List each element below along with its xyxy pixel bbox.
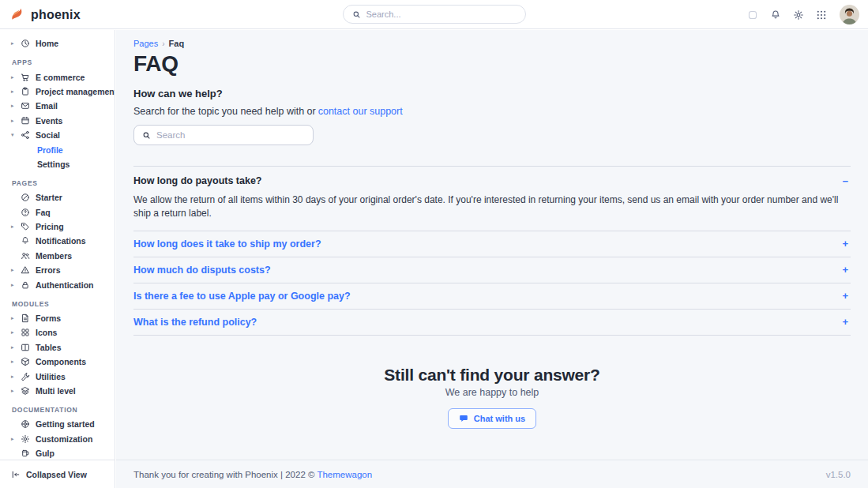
breadcrumb-current: Faq <box>169 39 185 48</box>
sidebar: ▸ Home APPS ▸ E commerce ▸ Project manag… <box>0 30 115 488</box>
faq-question-toggle[interactable]: Is there a fee to use Apple pay or Googl… <box>133 283 851 309</box>
footer-credit: Thank you for creating with Phoenix | 20… <box>133 470 372 479</box>
sidebar-item-social[interactable]: ▾ Social <box>0 128 115 142</box>
sidebar-item-label: Multi level <box>36 386 76 396</box>
share-network-icon <box>21 130 30 140</box>
calendar-icon <box>21 116 30 126</box>
question-circle-icon <box>21 208 30 217</box>
sidebar-item-customization[interactable]: ▸ Customization <box>0 432 115 446</box>
tag-icon <box>21 222 30 231</box>
collapse-arrow-icon <box>11 470 21 479</box>
sidebar-item-profile[interactable]: Profile <box>0 142 115 156</box>
sidebar-item-tables[interactable]: ▸ Tables <box>0 340 115 355</box>
faq-search-input[interactable] <box>156 130 305 140</box>
clock-icon <box>21 39 30 48</box>
cart-icon <box>21 73 30 82</box>
sidebar-item-label: Customization <box>36 434 92 444</box>
sidebar-item-notifications[interactable]: Notifications <box>0 234 115 248</box>
search-icon <box>352 10 361 19</box>
sidebar-item-components[interactable]: ▸ Components <box>0 355 115 369</box>
sidebar-item-multi-level[interactable]: ▸ Multi level <box>0 384 115 398</box>
caret-down-icon: ▾ <box>11 132 21 138</box>
caret-right-icon: ▸ <box>11 282 21 288</box>
notifications-bell-icon[interactable] <box>768 7 783 23</box>
faq-question-toggle[interactable]: How long do payouts take? − <box>133 167 851 189</box>
global-search <box>343 5 526 24</box>
sidebar-item-forms[interactable]: ▸ Forms <box>0 311 115 325</box>
caret-right-icon: ▸ <box>11 40 21 47</box>
sidebar-item-events[interactable]: ▸ Events <box>0 114 115 128</box>
sidebar-item-project-management[interactable]: ▸ Project management <box>0 84 115 99</box>
sidebar-item-label: Icons <box>36 328 57 337</box>
sidebar-item-faq[interactable]: Faq <box>0 205 115 220</box>
layers-icon <box>21 386 30 396</box>
brand-name: phoenix <box>31 8 81 22</box>
chat-bubble-icon <box>459 414 468 423</box>
chat-with-us-button[interactable]: Chat with us <box>448 408 536 429</box>
sidebar-item-email[interactable]: ▸ Email <box>0 99 115 113</box>
caret-right-icon: ▸ <box>11 436 21 442</box>
faq-question: What is the refund policy? <box>133 317 257 328</box>
faq-question-toggle[interactable]: How long does it take to ship my order? … <box>133 231 851 257</box>
sidebar-item-utilities[interactable]: ▸ Utilities <box>0 369 115 383</box>
sidebar-item-label: Gulp <box>36 449 54 458</box>
sidebar-item-getting-started[interactable]: Getting started <box>0 417 115 431</box>
faq-question: How long does it take to ship my order? <box>133 238 321 250</box>
expand-plus-icon: + <box>842 238 851 249</box>
help-text-prefix: Search for the topic you need help with … <box>133 106 316 117</box>
collapse-minus-icon: − <box>842 176 851 186</box>
sidebar-item-gulp[interactable]: Gulp <box>0 446 115 460</box>
sidebar-item-ecommerce[interactable]: ▸ E commerce <box>0 69 115 84</box>
expand-plus-icon: + <box>842 265 851 275</box>
caret-right-icon: ▸ <box>11 344 21 351</box>
caret-right-icon: ▸ <box>11 74 21 81</box>
sidebar-nav: ▸ Home APPS ▸ E commerce ▸ Project manag… <box>0 30 115 460</box>
global-search-input[interactable] <box>366 9 517 19</box>
sidebar-item-label: Events <box>36 116 62 126</box>
sidebar-item-label: Home <box>36 39 58 48</box>
caret-right-icon: ▸ <box>11 329 21 336</box>
faq-item: What is the refund policy? + <box>133 310 851 336</box>
caret-right-icon: ▸ <box>11 315 21 321</box>
breadcrumb: Pages › Faq <box>133 39 851 48</box>
faq-item: How long does it take to ship my order? … <box>133 231 851 257</box>
faq-question-toggle[interactable]: What is the refund policy? + <box>133 310 851 335</box>
table-icon <box>21 343 30 352</box>
contact-support-link[interactable]: contact our support <box>318 106 403 117</box>
clipboard-icon <box>21 87 30 96</box>
gear-icon <box>21 434 30 444</box>
theme-toggle-icon[interactable] <box>745 7 761 23</box>
themewagon-link[interactable]: Themewagon <box>317 470 372 479</box>
faq-question-toggle[interactable]: How much do disputs costs? + <box>133 257 851 283</box>
main-area: Pages › Faq FAQ How can we help? Search … <box>116 30 868 488</box>
sidebar-item-starter[interactable]: Starter <box>0 190 115 205</box>
collapsed-view-toggle[interactable]: Collapsed View <box>0 460 115 488</box>
sidebar-item-icons[interactable]: ▸ Icons <box>0 325 115 340</box>
collapsed-view-label: Collapsed View <box>26 470 87 479</box>
breadcrumb-separator: › <box>162 39 164 48</box>
bell-icon <box>21 236 30 246</box>
user-avatar[interactable] <box>840 5 859 24</box>
sidebar-item-authentication[interactable]: ▸ Authentication <box>0 277 115 291</box>
sidebar-item-settings[interactable]: Settings <box>0 157 115 171</box>
faq-question: Is there a fee to use Apple pay or Googl… <box>133 291 351 302</box>
help-text: Search for the topic you need help with … <box>133 106 851 117</box>
apps-grid-icon[interactable] <box>814 7 829 23</box>
faq-item: How much do disputs costs? + <box>133 257 851 283</box>
search-icon <box>142 131 151 140</box>
sidebar-item-home[interactable]: ▸ Home <box>0 36 115 51</box>
top-navbar: phoenix <box>0 0 868 29</box>
sidebar-item-members[interactable]: Members <box>0 249 115 263</box>
phoenix-logo-icon <box>9 6 26 23</box>
sidebar-item-label: Components <box>36 357 86 366</box>
package-icon <box>21 357 30 366</box>
caret-right-icon: ▸ <box>11 388 21 394</box>
sidebar-item-label: Utilities <box>36 372 66 381</box>
breadcrumb-pages-link[interactable]: Pages <box>133 39 158 48</box>
expand-plus-icon: + <box>842 291 851 301</box>
sidebar-item-pricing[interactable]: ▸ Pricing <box>0 220 115 234</box>
sidebar-item-errors[interactable]: ▸ Errors <box>0 263 115 277</box>
caret-right-icon: ▸ <box>11 267 21 273</box>
settings-gear-icon[interactable] <box>791 7 806 23</box>
brand-logo[interactable]: phoenix <box>9 0 81 29</box>
